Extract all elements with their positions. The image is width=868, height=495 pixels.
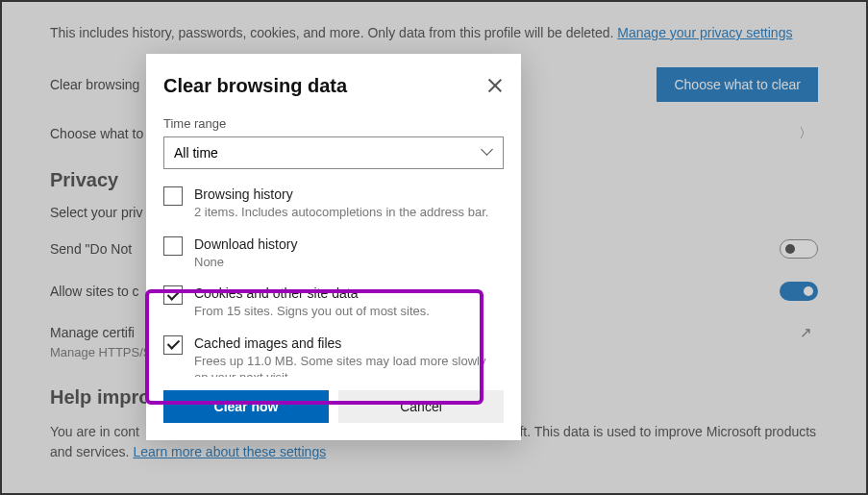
option-title: Cached images and files [194,335,500,351]
dialog-title: Clear browsing data [163,75,347,97]
option-download-history: Download history None [163,236,500,271]
option-desc: 2 items. Includes autocompletions in the… [194,204,488,221]
option-title: Download history [194,236,297,252]
option-title: Cookies and other site data [194,285,430,301]
close-icon[interactable] [486,77,504,94]
options-list[interactable]: Browsing history 2 items. Includes autoc… [163,186,504,377]
clear-browsing-data-dialog: Clear browsing data Time range All time … [146,54,521,440]
option-title: Browsing history [194,186,488,202]
option-desc: Frees up 11.0 MB. Some sites may load mo… [194,353,500,377]
checkbox-download-history[interactable] [163,236,183,256]
option-cached: Cached images and files Frees up 11.0 MB… [163,335,500,377]
option-browsing-history: Browsing history 2 items. Includes autoc… [163,186,500,221]
option-desc: None [194,254,297,271]
option-cookies: Cookies and other site data From 15 site… [163,285,500,320]
cancel-button[interactable]: Cancel [338,390,504,423]
option-desc: From 15 sites. Signs you out of most sit… [194,303,430,320]
checkbox-cookies[interactable] [163,285,183,305]
checkbox-browsing-history[interactable] [163,186,183,206]
clear-now-button[interactable]: Clear now [163,390,329,423]
chevron-down-icon [482,147,493,159]
time-range-select[interactable]: All time [163,136,504,169]
checkbox-cached[interactable] [163,335,183,355]
time-range-label: Time range [163,116,504,131]
time-range-value: All time [174,145,218,161]
